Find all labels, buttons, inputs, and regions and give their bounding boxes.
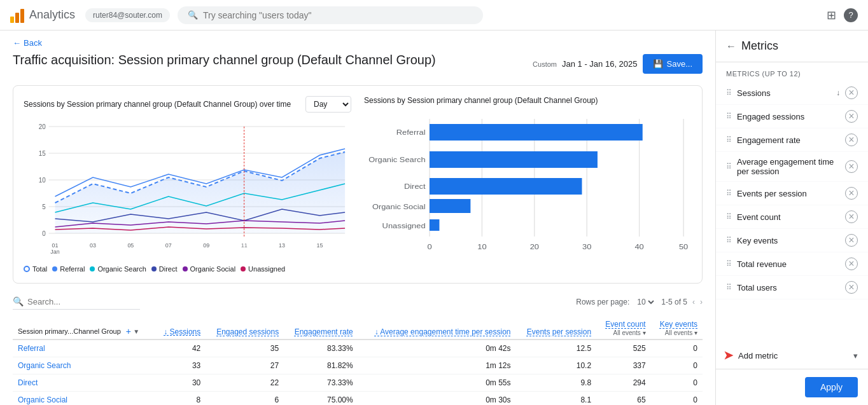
col-channel-sort[interactable]: ▼ xyxy=(133,328,139,335)
search-bar[interactable]: 🔍 xyxy=(178,6,483,24)
metric-item: ⠿ Average engagement time per session × xyxy=(716,152,868,182)
col-sessions[interactable]: ↓ Sessions xyxy=(155,315,206,340)
cell-key-0: 0 xyxy=(651,340,703,357)
legend-organic-search: Organic Search xyxy=(90,265,146,273)
add-dimension-button[interactable]: + xyxy=(126,326,131,336)
drag-icon: ⠿ xyxy=(726,283,732,292)
legend-organic-social-icon xyxy=(183,266,188,271)
metric-name-7: Total revenue xyxy=(737,259,840,269)
cell-avg-time-1: 1m 12s xyxy=(358,357,516,374)
metric-remove-button[interactable]: × xyxy=(845,210,858,223)
metric-remove-button[interactable]: × xyxy=(845,257,858,270)
add-metric-row[interactable]: ➤ Add metric ▾ xyxy=(716,342,868,369)
svg-text:Unassigned: Unassigned xyxy=(382,223,426,229)
col-events[interactable]: Event count All events ▾ xyxy=(596,315,651,340)
svg-text:Organic Search: Organic Search xyxy=(368,156,425,163)
back-link[interactable]: ← Back xyxy=(13,38,703,48)
drag-icon: ⠿ xyxy=(726,135,732,144)
col-rate-label: Engagement rate xyxy=(295,327,353,336)
col-avg-time[interactable]: ↓ Average engagement time per session xyxy=(358,315,516,340)
svg-rect-40 xyxy=(430,178,582,195)
legend-total-icon xyxy=(24,266,30,272)
legend-direct: Direct xyxy=(151,265,178,273)
prev-page-icon[interactable]: ‹ xyxy=(692,298,695,306)
col-engaged[interactable]: Engaged sessions xyxy=(206,315,284,340)
metric-remove-button[interactable]: × xyxy=(845,234,858,247)
line-chart-wrap: 20 15 10 5 0 01 Jan 03 05 07 09 xyxy=(24,120,351,260)
drag-icon: ⠿ xyxy=(726,88,732,97)
search-icon: 🔍 xyxy=(188,10,198,20)
sidebar-back-icon[interactable]: ← xyxy=(726,41,736,52)
metric-remove-button[interactable]: × xyxy=(845,86,858,99)
svg-text:11: 11 xyxy=(241,242,248,249)
metric-remove-button[interactable]: × xyxy=(845,134,858,146)
cell-rate-0: 83.33% xyxy=(284,340,358,357)
cell-engaged-3: 6 xyxy=(206,392,284,406)
metric-remove-button[interactable]: × xyxy=(845,281,858,294)
metric-remove-button[interactable]: × xyxy=(845,110,858,123)
line-chart-section: Sessions by Session primary channel grou… xyxy=(24,96,351,273)
svg-rect-41 xyxy=(430,199,470,213)
metric-remove-button[interactable]: × xyxy=(845,160,858,173)
cell-eps-0: 12.5 xyxy=(516,340,597,357)
logo-icon xyxy=(10,8,24,23)
col-key-events-sub[interactable]: All events ▾ xyxy=(665,329,697,336)
save-button[interactable]: 💾 Save... xyxy=(643,54,703,74)
svg-text:Jan: Jan xyxy=(50,249,59,255)
day-select[interactable]: Day Week Month xyxy=(305,96,351,113)
add-metric-dropdown-icon[interactable]: ▾ xyxy=(853,351,858,360)
metric-sort-icon[interactable]: ↓ xyxy=(836,88,840,97)
metric-name-3: Average engagement time per session xyxy=(737,157,840,176)
legend-direct-icon xyxy=(151,266,157,271)
sidebar: ← Metrics METRICS (UP TO 12) ⠿ Sessions … xyxy=(715,31,868,405)
drag-icon: ⠿ xyxy=(726,212,732,221)
metric-item: ⠿ Sessions ↓ × xyxy=(716,81,868,105)
rows-label: Rows per page: xyxy=(576,298,629,306)
logo-text: Analytics xyxy=(29,8,75,22)
metric-items: ⠿ Sessions ↓ × ⠿ Engaged sessions × ⠿ En… xyxy=(716,81,868,342)
date-range: Custom Jan 1 - Jan 16, 2025 💾 Save... xyxy=(533,54,703,74)
metric-item: ⠿ Engaged sessions × xyxy=(716,105,868,128)
cell-avg-time-2: 0m 55s xyxy=(358,374,516,392)
apply-section: Apply xyxy=(716,369,868,405)
grid-icon[interactable]: ⊞ xyxy=(827,8,836,22)
table-header-row: Session primary...Channel Group + ▼ ↓ Se… xyxy=(13,315,703,340)
cell-rate-1: 81.82% xyxy=(284,357,358,374)
bar-chart-header: Sessions by Session primary channel grou… xyxy=(364,96,692,105)
search-input[interactable] xyxy=(203,10,473,20)
cell-channel-2: Direct xyxy=(13,374,155,392)
table-search[interactable]: 🔍 xyxy=(13,294,140,310)
metric-remove-button[interactable]: × xyxy=(845,187,858,200)
date-value[interactable]: Jan 1 - Jan 16, 2025 xyxy=(562,59,638,69)
charts-card: Sessions by Session primary channel grou… xyxy=(13,85,703,284)
col-avg-time-label: ↓ Average engagement time per session xyxy=(375,327,511,336)
cell-engaged-2: 22 xyxy=(206,374,284,392)
col-events-sub[interactable]: All events ▾ xyxy=(613,329,646,336)
apply-button[interactable]: Apply xyxy=(805,377,858,397)
account-chip[interactable]: ruter84@souter.com xyxy=(85,8,170,22)
drag-icon: ⠿ xyxy=(726,189,732,198)
col-key-events-label: Key events xyxy=(660,320,697,329)
legend-organic-search-icon xyxy=(90,266,95,271)
col-key-events[interactable]: Key events All events ▾ xyxy=(651,315,703,340)
help-icon[interactable]: ? xyxy=(844,8,858,22)
next-page-icon[interactable]: › xyxy=(700,298,703,306)
metric-name-4: Events per session xyxy=(737,189,840,198)
table-search-input[interactable] xyxy=(27,297,123,306)
metrics-label: METRICS (UP TO 12) xyxy=(716,62,868,81)
cell-channel-0: Referral xyxy=(13,340,155,357)
col-eps[interactable]: Events per session xyxy=(516,315,597,340)
cell-key-3: 0 xyxy=(651,392,703,406)
cell-sessions-0: 42 xyxy=(155,340,206,357)
sidebar-header: ← Metrics xyxy=(716,31,868,62)
metric-item: ⠿ Engagement rate × xyxy=(716,128,868,152)
col-rate[interactable]: Engagement rate xyxy=(284,315,358,340)
metric-name-8: Total users xyxy=(737,283,840,292)
legend-organic-search-label: Organic Search xyxy=(97,265,146,273)
page-title: Traffic acquisition: Session primary cha… xyxy=(13,53,436,67)
col-channel[interactable]: Session primary...Channel Group + ▼ xyxy=(13,315,155,340)
table-row: Organic Social 8 6 75.00% 0m 30s 8.1 65 … xyxy=(13,392,703,406)
rows-select[interactable]: 10 25 50 xyxy=(634,297,656,307)
bar-chart-title: Sessions by Session primary channel grou… xyxy=(364,96,598,105)
cell-avg-time-0: 0m 42s xyxy=(358,340,516,357)
